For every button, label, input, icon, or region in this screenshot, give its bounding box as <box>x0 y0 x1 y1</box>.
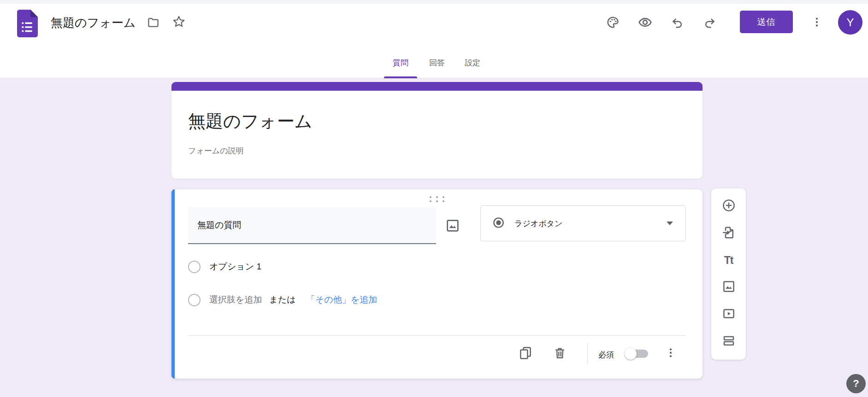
delete-question-button[interactable] <box>549 343 571 365</box>
drag-dots-row <box>430 196 444 198</box>
drag-dots-row <box>430 200 444 202</box>
star-icon <box>172 15 186 29</box>
tab-questions[interactable]: 質問 <box>382 55 419 76</box>
option-radio[interactable] <box>188 261 201 273</box>
add-option-button[interactable]: 選択肢を追加 <box>209 294 262 306</box>
add-title-description-button[interactable]: Tt <box>720 251 738 270</box>
preview-button[interactable] <box>634 11 656 33</box>
import-questions-button[interactable] <box>720 224 738 243</box>
question-card: ラジオボタン オプション 1 選択肢を追加 または 「その他」を追加 <box>171 189 703 379</box>
tab-settings[interactable]: 設定 <box>454 55 491 76</box>
add-question-image-button[interactable] <box>442 215 464 237</box>
add-other-option-link[interactable]: 「その他」を追加 <box>307 294 377 306</box>
toggle-thumb <box>625 348 637 360</box>
add-image-icon <box>722 280 736 295</box>
chevron-down-icon <box>667 222 673 225</box>
side-toolbar: Tt <box>711 188 746 360</box>
kebab-menu-icon <box>665 347 677 361</box>
add-section-button[interactable] <box>720 333 738 351</box>
add-video-icon <box>722 307 736 322</box>
preview-eye-icon <box>638 15 652 29</box>
selected-question-accent <box>171 189 175 379</box>
card-accent-bar <box>171 82 703 91</box>
kebab-menu-icon <box>811 16 823 28</box>
send-button[interactable]: 送信 <box>740 11 793 33</box>
footer-divider <box>188 335 686 336</box>
add-title-icon: Tt <box>724 254 733 267</box>
palette-icon <box>606 16 620 29</box>
add-question-button[interactable] <box>720 197 738 216</box>
add-video-button[interactable] <box>720 305 738 324</box>
folder-icon <box>147 16 159 29</box>
undo-button[interactable] <box>666 11 688 33</box>
option-row: オプション 1 <box>188 260 261 273</box>
add-option-row: 選択肢を追加 または 「その他」を追加 <box>188 293 377 306</box>
add-question-icon <box>722 198 736 214</box>
drag-handle-icon[interactable] <box>428 194 446 204</box>
import-questions-icon <box>722 226 736 241</box>
duplicate-icon <box>519 346 532 362</box>
undo-icon <box>671 16 684 29</box>
required-label: 必須 <box>598 350 614 360</box>
question-type-label: ラジオボタン <box>514 218 562 229</box>
star-button[interactable] <box>168 11 190 33</box>
duplicate-question-button[interactable] <box>514 343 537 365</box>
more-options-button[interactable] <box>806 11 828 33</box>
move-to-folder-button[interactable] <box>142 11 164 33</box>
or-text: または <box>269 294 295 306</box>
forms-logo-icon[interactable] <box>17 10 38 37</box>
tab-responses[interactable]: 回答 <box>419 55 455 76</box>
app-header: 無題のフォーム <box>0 0 868 78</box>
browser-edge-strip <box>0 0 868 4</box>
required-toggle[interactable] <box>627 350 648 358</box>
option-label[interactable]: オプション 1 <box>209 261 261 273</box>
document-title[interactable]: 無題のフォーム <box>51 15 136 31</box>
trash-icon <box>553 346 567 362</box>
question-type-dropdown[interactable]: ラジオボタン <box>480 205 686 241</box>
active-tab-indicator <box>384 76 417 78</box>
question-more-options-button[interactable] <box>660 343 682 365</box>
footer-separator <box>587 344 588 364</box>
add-image-button[interactable] <box>720 278 738 297</box>
account-avatar[interactable]: Y <box>838 10 862 35</box>
question-title-input[interactable] <box>188 207 436 244</box>
form-title-input[interactable]: 無題のフォーム <box>188 110 313 133</box>
google-forms-editor: 無題のフォーム <box>0 0 868 397</box>
form-description-input[interactable]: フォームの説明 <box>188 146 244 156</box>
customize-theme-button[interactable] <box>602 11 624 33</box>
add-section-icon <box>722 334 736 350</box>
redo-icon <box>703 16 716 29</box>
redo-button[interactable] <box>698 11 720 33</box>
option-radio <box>188 294 201 306</box>
radio-button-icon <box>492 216 505 231</box>
help-button[interactable]: ? <box>846 374 866 393</box>
form-title-card: 無題のフォーム フォームの説明 <box>171 82 703 179</box>
image-icon <box>445 218 460 233</box>
